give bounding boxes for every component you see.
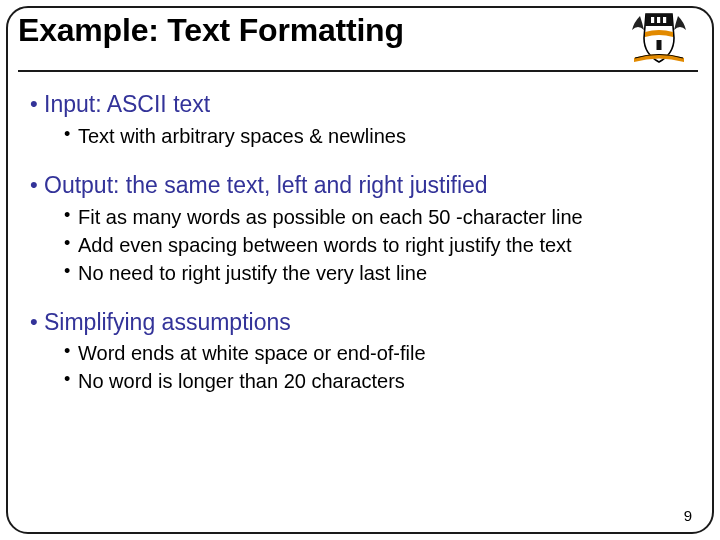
bullet-output-sub3: No need to right justify the very last l…: [64, 260, 690, 286]
slide-title: Example: Text Formatting: [18, 12, 404, 49]
page-number: 9: [684, 507, 692, 524]
svg-rect-3: [657, 40, 662, 50]
bullet-input: Input: ASCII text: [30, 90, 690, 119]
bullet-output-sub2: Add even spacing between words to right …: [64, 232, 690, 258]
bullet-assumptions-sub2: No word is longer than 20 characters: [64, 368, 690, 394]
bullet-output-sub1: Fit as many words as possible on each 50…: [64, 204, 690, 230]
princeton-shield-icon: [620, 10, 698, 66]
svg-rect-2: [663, 17, 666, 23]
slide-content: Input: ASCII text Text with arbitrary sp…: [30, 86, 690, 500]
bullet-input-sub1: Text with arbitrary spaces & newlines: [64, 123, 690, 149]
svg-rect-0: [651, 17, 654, 23]
bullet-output: Output: the same text, left and right ju…: [30, 171, 690, 200]
bullet-assumptions-sub1: Word ends at white space or end-of-file: [64, 340, 690, 366]
svg-rect-1: [657, 17, 660, 23]
bullet-assumptions: Simplifying assumptions: [30, 308, 690, 337]
title-bar: Example: Text Formatting: [18, 10, 698, 72]
